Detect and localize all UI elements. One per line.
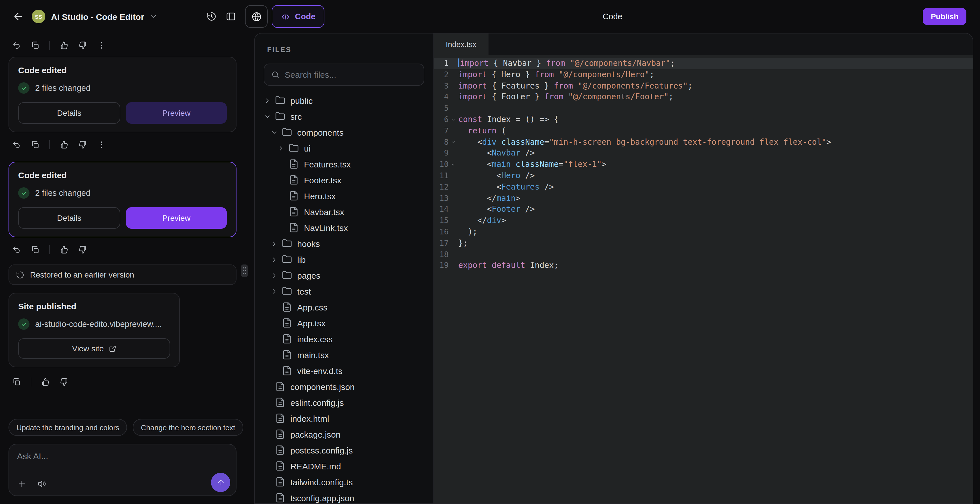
thumbs-up-icon[interactable] xyxy=(60,140,68,149)
editor-tab-bar: Index.tsx xyxy=(434,33,973,55)
tree-file-postcss.config.js[interactable]: postcss.config.js xyxy=(259,442,429,458)
line-number: 17 xyxy=(434,238,449,249)
history-icon[interactable] xyxy=(207,11,216,22)
file-icon xyxy=(289,207,299,217)
file-icon xyxy=(282,366,292,376)
preview-button[interactable]: Preview xyxy=(126,207,227,229)
tree-file-vite-env.d.ts[interactable]: vite-env.d.ts xyxy=(259,363,429,379)
copy-icon[interactable] xyxy=(30,41,40,50)
plus-icon[interactable] xyxy=(17,479,27,489)
panel-resize-handle[interactable] xyxy=(241,265,248,277)
code-brackets-icon xyxy=(281,12,290,21)
thumbs-down-icon[interactable] xyxy=(78,140,88,149)
folder-icon xyxy=(282,255,292,265)
tree-item-label: vite-env.d.ts xyxy=(297,366,342,376)
copy-icon[interactable] xyxy=(30,245,40,254)
tree-file-Features.tsx[interactable]: Features.tsx xyxy=(259,156,429,172)
tree-file-eslint.config.js[interactable]: eslint.config.js xyxy=(259,395,429,411)
undo-icon[interactable] xyxy=(12,140,21,149)
folder-icon xyxy=(275,96,285,106)
copy-icon[interactable] xyxy=(12,378,21,386)
fold-chevron-icon[interactable] xyxy=(450,139,456,145)
publish-button[interactable]: Publish xyxy=(923,8,966,25)
fold-chevron-icon[interactable] xyxy=(450,162,456,167)
tree-item-label: postcss.config.js xyxy=(290,445,353,455)
line-number: 12 xyxy=(434,182,449,193)
file-icon xyxy=(282,334,292,344)
tree-file-tailwind.config.ts[interactable]: tailwind.config.ts xyxy=(259,474,429,490)
view-site-button[interactable]: View site xyxy=(18,338,170,359)
thumbs-down-icon[interactable] xyxy=(60,378,68,386)
files-changed-status: 2 files changed xyxy=(35,83,91,93)
suggestion-chip[interactable]: Change the hero section text xyxy=(133,419,243,436)
tree-file-App.tsx[interactable]: App.tsx xyxy=(259,315,429,331)
tree-file-tsconfig.app.json[interactable]: tsconfig.app.json xyxy=(259,490,429,504)
kebab-icon[interactable] xyxy=(97,41,106,50)
details-button[interactable]: Details xyxy=(18,207,120,229)
tree-item-label: main.tsx xyxy=(297,350,329,360)
thumbs-up-icon[interactable] xyxy=(60,245,68,254)
preview-view-button[interactable] xyxy=(245,5,268,28)
thumbs-down-icon[interactable] xyxy=(78,41,88,50)
suggestion-chip[interactable]: Update the branding and colors xyxy=(8,419,127,436)
undo-icon[interactable] xyxy=(12,41,21,50)
code-line-16: 16 ); xyxy=(434,226,973,238)
check-icon xyxy=(21,85,27,91)
panel-toggle-icon[interactable] xyxy=(226,11,236,22)
code-edited-card-2: Code edited 2 files changed Details Prev… xyxy=(8,162,237,237)
chat-sidebar: Code edited 2 files changed Details Prev… xyxy=(0,33,245,504)
tree-file-README.md[interactable]: README.md xyxy=(259,458,429,474)
chevron-down-icon[interactable] xyxy=(150,13,158,21)
tree-item-label: ui xyxy=(304,144,310,153)
tree-folder-lib[interactable]: lib xyxy=(259,252,429,268)
tree-folder-pages[interactable]: pages xyxy=(259,268,429,284)
tree-file-main.tsx[interactable]: main.tsx xyxy=(259,347,429,363)
tab-index-tsx[interactable]: Index.tsx xyxy=(434,33,489,55)
volume-icon[interactable] xyxy=(37,479,47,489)
tree-file-NavLink.tsx[interactable]: NavLink.tsx xyxy=(259,220,429,236)
undo-icon[interactable] xyxy=(12,245,21,254)
details-button[interactable]: Details xyxy=(18,102,120,124)
tree-file-package.json[interactable]: package.json xyxy=(259,426,429,442)
tree-folder-test[interactable]: test xyxy=(259,284,429,299)
tree-file-Footer.tsx[interactable]: Footer.tsx xyxy=(259,172,429,188)
tree-file-index.html[interactable]: index.html xyxy=(259,411,429,426)
site-published-card: Site published ai-studio-code-edito.vibe… xyxy=(8,293,180,367)
tree-folder-ui[interactable]: ui xyxy=(259,140,429,156)
restore-icon xyxy=(16,270,24,279)
thumbs-down-icon[interactable] xyxy=(78,245,88,254)
preview-button[interactable]: Preview xyxy=(126,102,227,124)
tree-file-index.css[interactable]: index.css xyxy=(259,331,429,347)
file-icon xyxy=(289,175,299,185)
thumbs-up-icon[interactable] xyxy=(60,41,68,50)
copy-icon[interactable] xyxy=(30,140,40,149)
thumbs-up-icon[interactable] xyxy=(41,378,50,386)
code-line-14: 14 <Footer /> xyxy=(434,204,973,215)
code-area[interactable]: 1import { Navbar } from "@/components/Na… xyxy=(434,55,973,504)
folder-icon xyxy=(282,239,292,249)
tree-item-label: lib xyxy=(297,255,306,265)
fold-chevron-icon[interactable] xyxy=(450,117,456,123)
line-number: 13 xyxy=(434,193,449,204)
kebab-icon[interactable] xyxy=(97,140,106,149)
tree-file-Hero.tsx[interactable]: Hero.tsx xyxy=(259,188,429,204)
tree-folder-public[interactable]: public xyxy=(259,93,429,109)
tree-folder-src[interactable]: src xyxy=(259,109,429,124)
search-input[interactable] xyxy=(285,70,417,80)
tree-file-Navbar.tsx[interactable]: Navbar.tsx xyxy=(259,204,429,220)
tree-item-label: README.md xyxy=(290,461,341,471)
send-button[interactable] xyxy=(211,473,230,492)
tree-item-label: public xyxy=(290,96,312,105)
ask-ai-composer[interactable]: Ask AI... xyxy=(8,444,237,496)
tree-folder-hooks[interactable]: hooks xyxy=(259,236,429,252)
folder-icon xyxy=(275,112,285,122)
tree-item-label: App.css xyxy=(297,303,328,312)
back-arrow-icon[interactable] xyxy=(13,11,24,22)
line-number: 14 xyxy=(434,204,449,215)
tree-file-components.json[interactable]: components.json xyxy=(259,379,429,395)
tree-file-App.css[interactable]: App.css xyxy=(259,299,429,315)
globe-icon xyxy=(251,11,262,22)
tree-item-label: Hero.tsx xyxy=(304,191,336,201)
tree-folder-components[interactable]: components xyxy=(259,124,429,140)
code-view-button[interactable]: Code xyxy=(272,5,325,28)
